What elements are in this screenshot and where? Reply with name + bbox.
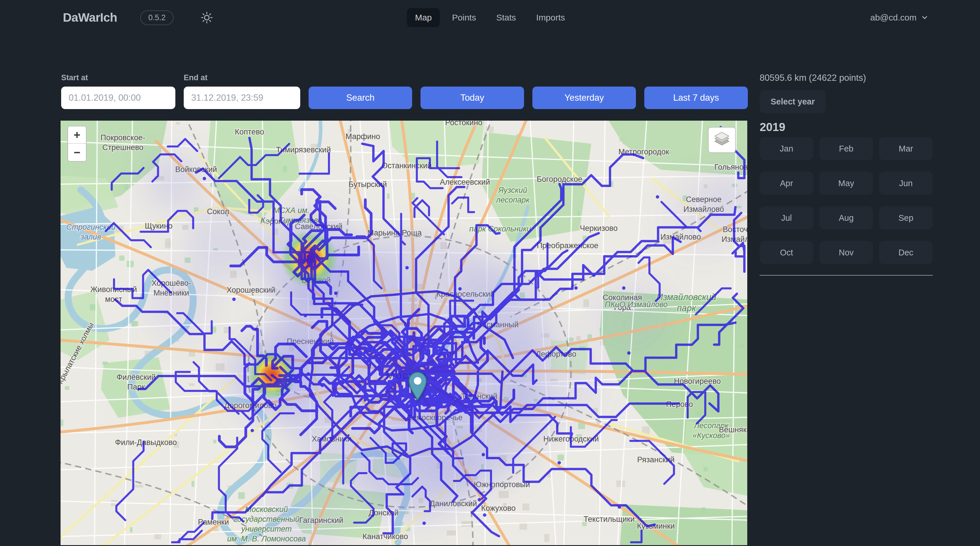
month-button-jul[interactable]: Jul	[760, 206, 813, 230]
end-at-label: End at	[184, 73, 300, 82]
month-button-may[interactable]: May	[819, 172, 873, 195]
month-button-jun[interactable]: Jun	[879, 172, 933, 195]
main-nav: MapPointsStatsImports	[407, 8, 573, 27]
map-label: Вешняки	[719, 425, 747, 434]
app-logo: DaWarIch	[63, 11, 117, 24]
tab-imports[interactable]: Imports	[528, 8, 573, 27]
map-label: Строгинский	[66, 223, 115, 231]
location-marker[interactable]	[407, 371, 428, 401]
month-grid: JanFebMarAprMayJunJulAugSepOctNovDec	[760, 137, 933, 264]
layers-control[interactable]	[708, 127, 736, 153]
map-label: Коптево	[235, 128, 264, 136]
map-label: Стрешнево	[102, 143, 144, 152]
end-at-input[interactable]	[184, 86, 300, 109]
map[interactable]: КоптевоТимирязевскийМарфиноОстанкинскийР…	[60, 121, 747, 545]
button-search[interactable]: Search	[309, 86, 412, 109]
stats-panel: 80595.6 km (24622 points) Select year 20…	[760, 73, 933, 276]
year-heading: 2019	[760, 121, 933, 134]
month-button-nov[interactable]: Nov	[819, 241, 873, 264]
map-label: Ростокино	[445, 121, 482, 127]
map-zoom-control: + −	[67, 126, 86, 161]
month-button-jan[interactable]: Jan	[760, 137, 813, 160]
select-year-button[interactable]: Select year	[760, 90, 826, 113]
map-label: Покровское-	[101, 133, 145, 142]
chevron-down-icon	[921, 14, 929, 22]
map-canvas: КоптевоТимирязевскийМарфиноОстанкинскийР…	[60, 121, 747, 545]
month-button-oct[interactable]: Oct	[760, 241, 813, 264]
map-label: Преображенское	[537, 241, 598, 250]
map-label: лесопарк	[495, 196, 530, 204]
theme-toggle-button[interactable]	[199, 11, 215, 24]
start-at-input[interactable]	[61, 86, 175, 109]
user-email: ab@cd.com	[870, 13, 916, 22]
map-label: Хорошевский	[227, 286, 275, 294]
distance-stats: 80595.6 km (24622 points)	[760, 73, 933, 83]
map-label: Останкинский	[382, 161, 432, 170]
map-label: Кожухово	[481, 504, 515, 512]
zoom-in-button[interactable]: +	[68, 126, 86, 144]
map-label: Марфино	[345, 132, 380, 141]
month-button-apr[interactable]: Apr	[760, 172, 813, 195]
header: DaWarIch 0.5.2 MapPointsStatsImports ab@…	[0, 0, 980, 35]
tab-points[interactable]: Points	[444, 8, 484, 27]
layers-icon	[714, 132, 730, 148]
button-yesterday[interactable]: Yesterday	[532, 86, 636, 109]
map-label: Богородское	[537, 175, 582, 184]
month-button-dec[interactable]: Dec	[879, 241, 933, 264]
map-label: Филёвский	[116, 373, 156, 382]
start-at-field: Start at	[61, 73, 175, 109]
start-at-label: Start at	[61, 73, 175, 82]
end-at-field: End at	[184, 73, 300, 109]
map-label: залив	[80, 233, 101, 241]
user-menu[interactable]: ab@cd.com	[870, 13, 929, 22]
zoom-out-button[interactable]: −	[68, 144, 86, 161]
button-last-7-days[interactable]: Last 7 days	[644, 86, 748, 109]
panel-divider	[760, 275, 933, 276]
tab-map[interactable]: Map	[407, 8, 440, 27]
app-root: DaWarIch 0.5.2 MapPointsStatsImports ab@…	[0, 0, 980, 545]
map-label: Текстильщики	[584, 515, 635, 524]
button-today[interactable]: Today	[420, 86, 524, 109]
map-label: парк	[677, 303, 697, 313]
map-label: Алексеевский	[440, 178, 490, 187]
sun-icon	[200, 11, 213, 24]
month-button-sep[interactable]: Sep	[879, 206, 933, 230]
version-badge: 0.5.2	[140, 10, 173, 25]
month-button-mar[interactable]: Mar	[879, 137, 933, 160]
month-button-aug[interactable]: Aug	[819, 206, 873, 230]
tab-stats[interactable]: Stats	[488, 8, 524, 27]
month-button-feb[interactable]: Feb	[819, 137, 873, 160]
map-label: Фили-Давыдково	[115, 438, 177, 447]
map-label: Черкизово	[580, 224, 617, 233]
map-label: Яузский	[498, 186, 527, 195]
